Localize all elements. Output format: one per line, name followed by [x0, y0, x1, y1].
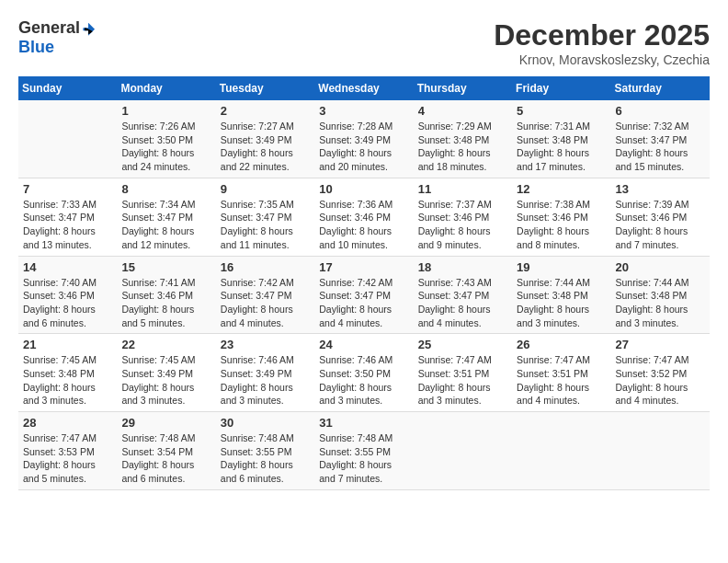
day-info: Sunrise: 7:48 AM Sunset: 3:55 PM Dayligh…: [221, 431, 310, 486]
calendar-cell: 20Sunrise: 7:44 AM Sunset: 3:48 PM Dayli…: [611, 256, 710, 334]
day-info: Sunrise: 7:47 AM Sunset: 3:53 PM Dayligh…: [23, 431, 112, 486]
weekday-header: Tuesday: [216, 76, 314, 100]
day-info: Sunrise: 7:28 AM Sunset: 3:49 PM Dayligh…: [319, 120, 408, 174]
calendar-cell: [18, 100, 117, 178]
day-number: 22: [121, 338, 210, 351]
title-block: December 2025 Krnov, Moravskoslezsky, Cz…: [494, 18, 710, 67]
day-info: Sunrise: 7:31 AM Sunset: 3:48 PM Dayligh…: [517, 120, 606, 174]
day-info: Sunrise: 7:41 AM Sunset: 3:46 PM Dayligh…: [121, 276, 210, 330]
day-number: 24: [319, 338, 408, 351]
weekday-header: Sunday: [18, 76, 117, 100]
day-info: Sunrise: 7:47 AM Sunset: 3:51 PM Dayligh…: [418, 353, 507, 408]
day-number: 13: [616, 182, 705, 196]
calendar-cell: 12Sunrise: 7:38 AM Sunset: 3:46 PM Dayli…: [512, 178, 610, 256]
day-number: 12: [517, 182, 606, 196]
calendar-week-row: 21Sunrise: 7:45 AM Sunset: 3:48 PM Dayli…: [18, 334, 710, 412]
day-number: 25: [418, 338, 507, 351]
calendar-cell: 11Sunrise: 7:37 AM Sunset: 3:46 PM Dayli…: [414, 178, 512, 256]
day-number: 2: [221, 104, 310, 118]
day-number: 30: [221, 416, 310, 430]
calendar-cell: 6Sunrise: 7:32 AM Sunset: 3:47 PM Daylig…: [611, 100, 710, 178]
calendar-cell: 19Sunrise: 7:44 AM Sunset: 3:48 PM Dayli…: [512, 256, 610, 334]
calendar-cell: 27Sunrise: 7:47 AM Sunset: 3:52 PM Dayli…: [611, 334, 710, 412]
page-header: General► Blue December 2025 Krnov, Morav…: [18, 18, 710, 67]
day-info: Sunrise: 7:45 AM Sunset: 3:48 PM Dayligh…: [23, 353, 112, 408]
weekday-header: Thursday: [414, 76, 512, 100]
weekday-header: Friday: [512, 76, 610, 100]
day-number: 16: [221, 260, 310, 274]
day-number: 29: [121, 416, 210, 430]
day-number: 28: [23, 416, 112, 430]
calendar-cell: 5Sunrise: 7:31 AM Sunset: 3:48 PM Daylig…: [512, 100, 610, 178]
day-info: Sunrise: 7:34 AM Sunset: 3:47 PM Dayligh…: [121, 198, 210, 252]
day-info: Sunrise: 7:35 AM Sunset: 3:47 PM Dayligh…: [221, 198, 310, 252]
calendar-cell: 18Sunrise: 7:43 AM Sunset: 3:47 PM Dayli…: [414, 256, 512, 334]
day-number: 4: [418, 104, 507, 118]
day-info: Sunrise: 7:42 AM Sunset: 3:47 PM Dayligh…: [319, 276, 408, 330]
calendar-week-row: 7Sunrise: 7:33 AM Sunset: 3:47 PM Daylig…: [18, 178, 710, 256]
day-number: 8: [121, 182, 210, 196]
location: Krnov, Moravskoslezsky, Czechia: [494, 52, 710, 67]
day-number: 14: [23, 260, 112, 274]
day-info: Sunrise: 7:36 AM Sunset: 3:46 PM Dayligh…: [319, 198, 408, 252]
day-info: Sunrise: 7:44 AM Sunset: 3:48 PM Dayligh…: [517, 276, 606, 330]
calendar-cell: 29Sunrise: 7:48 AM Sunset: 3:54 PM Dayli…: [117, 412, 215, 490]
day-info: Sunrise: 7:46 AM Sunset: 3:49 PM Dayligh…: [221, 353, 310, 408]
day-number: 18: [418, 260, 507, 274]
day-number: 7: [23, 182, 112, 196]
calendar-cell: 24Sunrise: 7:46 AM Sunset: 3:50 PM Dayli…: [314, 334, 413, 412]
logo: General► Blue: [18, 18, 95, 57]
calendar-cell: 21Sunrise: 7:45 AM Sunset: 3:48 PM Dayli…: [18, 334, 117, 412]
weekday-header: Monday: [117, 76, 215, 100]
day-info: Sunrise: 7:32 AM Sunset: 3:47 PM Dayligh…: [616, 120, 705, 174]
calendar-table: SundayMondayTuesdayWednesdayThursdayFrid…: [18, 76, 710, 490]
calendar-cell: 30Sunrise: 7:48 AM Sunset: 3:55 PM Dayli…: [216, 412, 314, 490]
calendar-cell: 15Sunrise: 7:41 AM Sunset: 3:46 PM Dayli…: [117, 256, 215, 334]
day-info: Sunrise: 7:37 AM Sunset: 3:46 PM Dayligh…: [418, 198, 507, 252]
day-info: Sunrise: 7:46 AM Sunset: 3:50 PM Dayligh…: [319, 353, 408, 408]
calendar-cell: 7Sunrise: 7:33 AM Sunset: 3:47 PM Daylig…: [18, 178, 117, 256]
day-number: 26: [517, 338, 606, 351]
day-number: 20: [616, 260, 705, 274]
logo-text: General►: [18, 18, 95, 38]
calendar-cell: 25Sunrise: 7:47 AM Sunset: 3:51 PM Dayli…: [414, 334, 512, 412]
day-number: 19: [517, 260, 606, 274]
day-number: 6: [616, 104, 705, 118]
calendar-cell: 26Sunrise: 7:47 AM Sunset: 3:51 PM Dayli…: [512, 334, 610, 412]
day-number: 11: [418, 182, 507, 196]
day-number: 9: [221, 182, 310, 196]
logo-general: General: [18, 18, 80, 37]
logo-icon: ►: [82, 23, 95, 36]
day-number: 1: [121, 104, 210, 118]
calendar-week-row: 28Sunrise: 7:47 AM Sunset: 3:53 PM Dayli…: [18, 412, 710, 490]
calendar-cell: 17Sunrise: 7:42 AM Sunset: 3:47 PM Dayli…: [314, 256, 413, 334]
calendar-cell: [512, 412, 610, 490]
day-number: 23: [221, 338, 310, 351]
logo-blue: Blue: [18, 38, 54, 57]
calendar-cell: 9Sunrise: 7:35 AM Sunset: 3:47 PM Daylig…: [216, 178, 314, 256]
day-info: Sunrise: 7:48 AM Sunset: 3:54 PM Dayligh…: [121, 431, 210, 486]
calendar-cell: [611, 412, 710, 490]
day-info: Sunrise: 7:40 AM Sunset: 3:46 PM Dayligh…: [23, 276, 112, 330]
calendar-week-row: 1Sunrise: 7:26 AM Sunset: 3:50 PM Daylig…: [18, 100, 710, 178]
day-info: Sunrise: 7:42 AM Sunset: 3:47 PM Dayligh…: [221, 276, 310, 330]
day-info: Sunrise: 7:39 AM Sunset: 3:46 PM Dayligh…: [616, 198, 705, 252]
day-info: Sunrise: 7:45 AM Sunset: 3:49 PM Dayligh…: [121, 353, 210, 408]
day-number: 17: [319, 260, 408, 274]
day-number: 31: [319, 416, 408, 430]
calendar-cell: 23Sunrise: 7:46 AM Sunset: 3:49 PM Dayli…: [216, 334, 314, 412]
day-info: Sunrise: 7:33 AM Sunset: 3:47 PM Dayligh…: [23, 198, 112, 252]
day-info: Sunrise: 7:47 AM Sunset: 3:52 PM Dayligh…: [616, 353, 705, 408]
month-title: December 2025: [494, 18, 710, 52]
day-number: 15: [121, 260, 210, 274]
day-info: Sunrise: 7:38 AM Sunset: 3:46 PM Dayligh…: [517, 198, 606, 252]
day-number: 3: [319, 104, 408, 118]
calendar-cell: 8Sunrise: 7:34 AM Sunset: 3:47 PM Daylig…: [117, 178, 215, 256]
day-info: Sunrise: 7:29 AM Sunset: 3:48 PM Dayligh…: [418, 120, 507, 174]
calendar-cell: 28Sunrise: 7:47 AM Sunset: 3:53 PM Dayli…: [18, 412, 117, 490]
day-number: 21: [23, 338, 112, 351]
weekday-header-row: SundayMondayTuesdayWednesdayThursdayFrid…: [18, 76, 710, 100]
day-number: 10: [319, 182, 408, 196]
weekday-header: Saturday: [611, 76, 710, 100]
day-info: Sunrise: 7:47 AM Sunset: 3:51 PM Dayligh…: [517, 353, 606, 408]
